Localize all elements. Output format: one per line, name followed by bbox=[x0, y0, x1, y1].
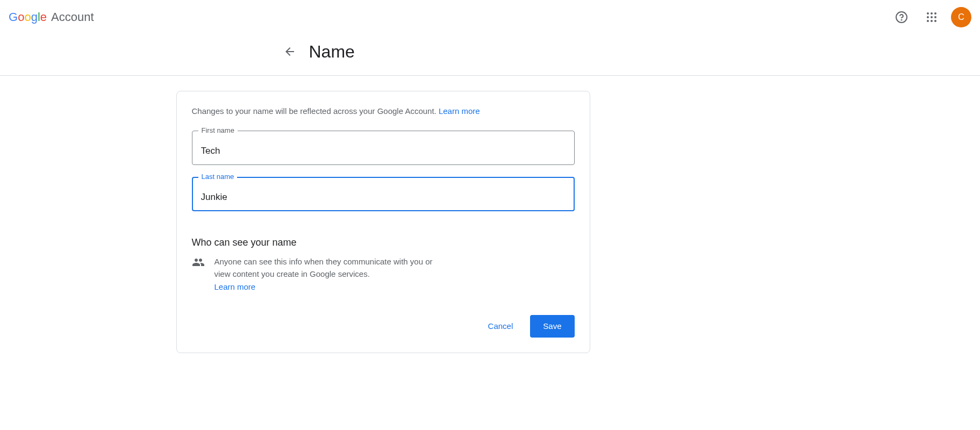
apps-grid-icon[interactable] bbox=[921, 6, 942, 28]
header-right: C bbox=[891, 6, 971, 28]
svg-point-2 bbox=[927, 12, 929, 15]
app-header: Google Account C bbox=[0, 0, 980, 34]
svg-point-4 bbox=[934, 12, 936, 15]
intro-learn-more-link[interactable]: Learn more bbox=[439, 106, 480, 116]
svg-point-3 bbox=[931, 12, 933, 15]
first-name-label: First name bbox=[198, 126, 238, 134]
visibility-learn-more-link[interactable]: Learn more bbox=[214, 281, 440, 293]
product-name: Account bbox=[51, 10, 94, 24]
name-form-card: Changes to your name will be reflected a… bbox=[176, 91, 590, 353]
svg-point-10 bbox=[934, 20, 936, 22]
header-left: Google Account bbox=[9, 10, 94, 24]
help-icon[interactable] bbox=[891, 6, 912, 28]
svg-point-1 bbox=[902, 20, 902, 20]
people-icon bbox=[192, 256, 205, 269]
svg-point-9 bbox=[931, 20, 933, 22]
intro-text-body: Changes to your name will be reflected a… bbox=[192, 106, 439, 116]
last-name-field: Last name bbox=[192, 177, 575, 211]
svg-point-5 bbox=[927, 16, 929, 18]
visibility-body: Anyone can see this info when they commu… bbox=[214, 257, 433, 278]
visibility-heading: Who can see your name bbox=[192, 237, 575, 248]
svg-point-8 bbox=[927, 20, 929, 22]
arrow-left-icon bbox=[283, 45, 296, 58]
first-name-input[interactable] bbox=[192, 131, 575, 165]
intro-text: Changes to your name will be reflected a… bbox=[192, 106, 575, 116]
visibility-section: Who can see your name Anyone can see thi… bbox=[192, 237, 575, 293]
last-name-label: Last name bbox=[198, 173, 238, 181]
visibility-text: Anyone can see this info when they commu… bbox=[214, 256, 440, 293]
last-name-input[interactable] bbox=[192, 177, 575, 211]
save-button[interactable]: Save bbox=[530, 315, 574, 338]
avatar[interactable]: C bbox=[951, 7, 971, 27]
visibility-row: Anyone can see this info when they commu… bbox=[192, 256, 575, 293]
back-button[interactable] bbox=[279, 41, 301, 62]
cancel-button[interactable]: Cancel bbox=[475, 315, 526, 338]
page-title: Name bbox=[309, 42, 355, 62]
svg-point-7 bbox=[934, 16, 936, 18]
title-row: Name bbox=[283, 34, 697, 75]
first-name-field: First name bbox=[192, 131, 575, 165]
form-actions: Cancel Save bbox=[192, 315, 575, 338]
svg-point-6 bbox=[931, 16, 933, 18]
avatar-initial: C bbox=[958, 12, 964, 22]
google-logo: Google bbox=[9, 10, 47, 24]
